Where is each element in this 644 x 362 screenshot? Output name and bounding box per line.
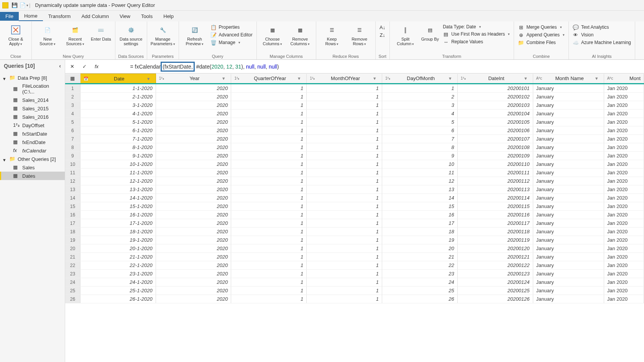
cell-dateint[interactable]: 20200101 <box>457 84 533 93</box>
cell-month[interactable]: 1 <box>307 152 382 160</box>
cell-day[interactable]: 8 <box>382 143 457 152</box>
table-row[interactable]: 7 7-1-2020 2020 1 1 7 20200107 January J… <box>65 135 644 143</box>
cell-date[interactable]: 6-1-2020 <box>80 126 156 135</box>
cell-date[interactable]: 5-1-2020 <box>80 118 156 126</box>
group-by-button[interactable]: ▤Group By <box>420 23 440 42</box>
table-row[interactable]: 11 11-1-2020 2020 1 1 11 20200111 Januar… <box>65 169 644 177</box>
cell-dateint[interactable]: 20200110 <box>457 160 533 169</box>
cell-day[interactable]: 17 <box>382 219 457 228</box>
row-number[interactable]: 23 <box>65 270 80 278</box>
cell-day[interactable]: 24 <box>382 278 457 287</box>
row-number[interactable]: 17 <box>65 219 80 228</box>
cell-dateint[interactable]: 20200105 <box>457 118 533 126</box>
cell-day[interactable]: 18 <box>382 228 457 236</box>
properties-button[interactable]: 📋Properties <box>210 24 253 31</box>
table-row[interactable]: 26 26-1-2020 2020 1 1 26 20200126 Januar… <box>65 295 644 303</box>
cell-month[interactable]: 1 <box>307 244 382 253</box>
cell-mon[interactable]: Jan 2020 <box>604 211 644 219</box>
cell-mon[interactable]: Jan 2020 <box>604 126 644 135</box>
cell-mon[interactable]: Jan 2020 <box>604 93 644 101</box>
folder-other-queries[interactable]: ▾ 📁 Other Queries [2] <box>0 155 65 163</box>
row-number[interactable]: 2 <box>65 93 80 101</box>
cell-monthname[interactable]: January <box>533 261 604 270</box>
cell-day[interactable]: 16 <box>382 211 457 219</box>
row-number[interactable]: 19 <box>65 236 80 244</box>
cell-mon[interactable]: Jan 2020 <box>604 219 644 228</box>
cell-monthname[interactable]: January <box>533 135 604 143</box>
cell-year[interactable]: 2020 <box>156 185 231 194</box>
sort-asc-button[interactable]: A↓ <box>379 24 386 31</box>
cell-quarter[interactable]: 1 <box>231 219 307 228</box>
cell-date[interactable]: 21-1-2020 <box>80 253 156 261</box>
cell-quarter[interactable]: 1 <box>231 228 307 236</box>
cell-mon[interactable]: Jan 2020 <box>604 101 644 110</box>
manage-parameters-button[interactable]: 🔧Manage Parameters <box>150 23 176 47</box>
cell-day[interactable]: 11 <box>382 169 457 177</box>
collapse-pane-icon[interactable]: ‹ <box>59 63 61 69</box>
cell-year[interactable]: 2020 <box>156 93 231 101</box>
cell-day[interactable]: 10 <box>382 160 457 169</box>
cell-mon[interactable]: Jan 2020 <box>604 278 644 287</box>
table-row[interactable]: 9 9-1-2020 2020 1 1 9 20200109 January J… <box>65 152 644 160</box>
row-number[interactable]: 8 <box>65 143 80 152</box>
table-row[interactable]: 18 18-1-2020 2020 1 1 18 20200118 Januar… <box>65 228 644 236</box>
cell-year[interactable]: 2020 <box>156 152 231 160</box>
cell-mon[interactable]: Jan 2020 <box>604 169 644 177</box>
split-column-button[interactable]: ║Split Column <box>392 23 419 47</box>
cell-quarter[interactable]: 1 <box>231 118 307 126</box>
cell-monthname[interactable]: January <box>533 126 604 135</box>
cell-monthname[interactable]: January <box>533 160 604 169</box>
cancel-formula-button[interactable]: ✕ <box>67 62 77 71</box>
cell-year[interactable]: 2020 <box>156 228 231 236</box>
cell-dateint[interactable]: 20200102 <box>457 93 533 101</box>
table-row[interactable]: 6 6-1-2020 2020 1 1 6 20200106 January J… <box>65 126 644 135</box>
cell-monthname[interactable]: January <box>533 152 604 160</box>
table-row[interactable]: 23 23-1-2020 2020 1 1 23 20200123 Januar… <box>65 270 644 278</box>
cell-mon[interactable]: Jan 2020 <box>604 270 644 278</box>
cell-year[interactable]: 2020 <box>156 287 231 295</box>
cell-day[interactable]: 2 <box>382 93 457 101</box>
col-date[interactable]: 📅Date▾ <box>80 74 156 84</box>
refresh-preview-button[interactable]: 🔄Refresh Preview <box>181 23 208 47</box>
cell-monthname[interactable]: January <box>533 177 604 185</box>
cell-quarter[interactable]: 1 <box>231 261 307 270</box>
cell-mon[interactable]: Jan 2020 <box>604 152 644 160</box>
cell-dateint[interactable]: 20200117 <box>457 219 533 228</box>
row-number[interactable]: 1 <box>65 84 80 93</box>
cell-mon[interactable]: Jan 2020 <box>604 228 644 236</box>
row-number[interactable]: 4 <box>65 110 80 118</box>
cell-quarter[interactable]: 1 <box>231 287 307 295</box>
cell-day[interactable]: 19 <box>382 236 457 244</box>
col-year[interactable]: 1²₃Year▾ <box>156 74 231 84</box>
query-fxstartdate[interactable]: ▦fxStartDate <box>0 129 65 138</box>
table-row[interactable]: 5 5-1-2020 2020 1 1 5 20200105 January J… <box>65 118 644 126</box>
cell-month[interactable]: 1 <box>307 194 382 202</box>
combine-files-button[interactable]: 📁Combine Files <box>517 39 565 46</box>
row-number[interactable]: 26 <box>65 295 80 303</box>
cell-date[interactable]: 4-1-2020 <box>80 110 156 118</box>
cell-year[interactable]: 2020 <box>156 270 231 278</box>
cell-date[interactable]: 15-1-2020 <box>80 202 156 211</box>
row-number[interactable]: 12 <box>65 177 80 185</box>
col-dayofmonth[interactable]: 1²₃DayOfMonth▾ <box>382 74 457 84</box>
cell-month[interactable]: 1 <box>307 261 382 270</box>
cell-month[interactable]: 1 <box>307 118 382 126</box>
table-row[interactable]: 19 19-1-2020 2020 1 1 19 20200119 Januar… <box>65 236 644 244</box>
cell-day[interactable]: 3 <box>382 101 457 110</box>
cell-monthname[interactable]: January <box>533 219 604 228</box>
cell-date[interactable]: 18-1-2020 <box>80 228 156 236</box>
cell-quarter[interactable]: 1 <box>231 93 307 101</box>
cell-month[interactable]: 1 <box>307 84 382 93</box>
row-number[interactable]: 9 <box>65 152 80 160</box>
cell-mon[interactable]: Jan 2020 <box>604 202 644 211</box>
cell-quarter[interactable]: 1 <box>231 185 307 194</box>
close-apply-button[interactable]: Close & Apply <box>2 23 29 47</box>
cell-year[interactable]: 2020 <box>156 143 231 152</box>
cell-month[interactable]: 1 <box>307 110 382 118</box>
cell-date[interactable]: 11-1-2020 <box>80 169 156 177</box>
cell-day[interactable]: 13 <box>382 185 457 194</box>
query-dates[interactable]: ▦Dates <box>0 172 65 180</box>
cell-dateint[interactable]: 20200126 <box>457 295 533 303</box>
advanced-editor-button[interactable]: 📝Advanced Editor <box>210 31 253 38</box>
cell-year[interactable]: 2020 <box>156 194 231 202</box>
